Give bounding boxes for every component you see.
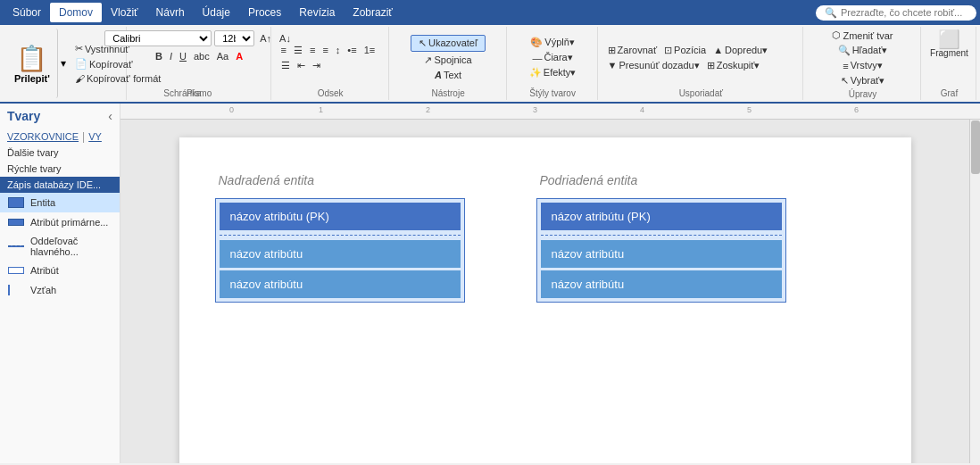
- left-panel: Tvary ‹ VZORKOVNICE | VY Ďalšie tvary Rý…: [0, 104, 120, 463]
- attr-pk-shape-icon: [8, 219, 24, 226]
- decrease-indent-button[interactable]: ⇤: [295, 59, 308, 72]
- increase-indent-button[interactable]: ⇥: [310, 59, 323, 72]
- edit-controls: ⬡ Zmeniť tvar 🔍 Hľadať▾ ≡ Vrstvy▾ ↖ Vybr…: [829, 29, 895, 87]
- layers-icon: ≡: [843, 61, 848, 71]
- attr-shape-icon: [8, 267, 24, 274]
- panel-item-vztah[interactable]: Vzťah: [0, 280, 120, 300]
- zoskupit-button[interactable]: ⊞ Zoskupiť▾: [704, 59, 763, 72]
- arrange-group-label: Usporiadať: [679, 87, 723, 98]
- shapes-area: Nadradená entita názov atribútu (PK) náz…: [215, 164, 876, 311]
- bullets-button[interactable]: •≡: [345, 44, 359, 56]
- vrstvy-button[interactable]: ≡ Vrstvy▾: [840, 59, 885, 72]
- select-icon: ↖: [841, 75, 849, 87]
- nadradena-attr-1[interactable]: názov atribútu: [220, 240, 461, 268]
- align-icon: ⊞: [608, 45, 616, 56]
- panel-item-oddelovac[interactable]: Oddeľovač hlavného...: [0, 232, 120, 261]
- vyplnT-button[interactable]: 🎨 Výplň▾: [527, 36, 577, 49]
- align-right-button[interactable]: ≡: [307, 44, 318, 56]
- bold-button[interactable]: B: [153, 50, 165, 62]
- underline-button[interactable]: U: [177, 50, 189, 62]
- podriadena-attr-2[interactable]: názov atribútu: [541, 270, 782, 298]
- ukazovatel-button[interactable]: ↖ Ukazovateľ: [411, 35, 486, 52]
- case-button[interactable]: Aa: [214, 50, 231, 62]
- menu-item-navrh[interactable]: Návrh: [147, 3, 194, 22]
- justify-button[interactable]: ≡: [320, 44, 330, 56]
- menu-item-subor[interactable]: Súbor: [4, 3, 50, 22]
- panel-item-atribut[interactable]: Atribút: [0, 261, 120, 280]
- panel-item-atribut-pk[interactable]: Atribút primárne...: [0, 212, 120, 232]
- ruler: 0 1 2 3 4 5 6: [120, 104, 980, 120]
- menu-bar: Súbor Domov Vložiť Návrh Údaje Proces Re…: [0, 0, 980, 25]
- menu-item-udaje[interactable]: Údaje: [194, 3, 239, 22]
- vztah-item-icon: [7, 284, 25, 296]
- prilepit-area: 📋 Prilepit' ▾: [7, 29, 69, 98]
- doc-page: Nadradená entita názov atribútu (PK) náz…: [179, 137, 911, 463]
- section-dalsie-tvary[interactable]: Ďalšie tvary: [0, 145, 120, 161]
- font-color-button[interactable]: A: [233, 50, 245, 62]
- font-selector[interactable]: Calibri: [104, 30, 212, 46]
- connector-icon: ↗: [424, 54, 432, 66]
- font-size-selector[interactable]: 12b.: [214, 30, 254, 46]
- entity-shape-icon: [8, 197, 24, 208]
- multilevel-button[interactable]: ☰: [278, 59, 293, 72]
- line-spacing-button[interactable]: ↕: [333, 44, 344, 56]
- menu-item-revizia[interactable]: Revízia: [290, 3, 344, 22]
- prilepit-dropdown[interactable]: ▾: [58, 29, 69, 98]
- menu-item-vlozit[interactable]: Vložiť: [102, 3, 147, 22]
- hladat-button[interactable]: 🔍 Hľadať▾: [835, 44, 891, 57]
- line-icon: —: [532, 53, 542, 63]
- atribut-pk-item-icon: [7, 216, 25, 228]
- strikethrough-button[interactable]: abc: [191, 50, 212, 62]
- bring-forward-icon: ▲: [713, 45, 723, 55]
- oddelovac-label: Oddeľovač hlavného...: [30, 236, 112, 257]
- menu-item-domov[interactable]: Domov: [50, 3, 102, 22]
- pointer-icon: ↖: [419, 37, 427, 49]
- podriadena-entity-box[interactable]: názov atribútu (PK) názov atribútu názov…: [536, 198, 786, 303]
- presunut-button[interactable]: ▼ Presunúť dozadu▾: [605, 59, 702, 72]
- numbering-button[interactable]: 1≡: [361, 44, 378, 56]
- pozicia-button[interactable]: ⊡ Pozícia: [661, 44, 709, 57]
- align-left-button[interactable]: ≡: [278, 44, 289, 56]
- collapse-button[interactable]: ‹: [108, 109, 112, 123]
- zarovnat-button[interactable]: ⊞ Zarovnať: [605, 44, 660, 57]
- nadradena-label: Nadradená entita: [215, 173, 314, 187]
- nadradena-attr-pk[interactable]: názov atribútu (PK): [220, 203, 461, 230]
- align-center-button[interactable]: ☰: [291, 44, 305, 57]
- text-tool-button[interactable]: A Text: [432, 69, 464, 81]
- ruler-mark-1: 1: [319, 105, 323, 114]
- scrollbar-vertical[interactable]: [969, 120, 980, 463]
- nav-vy[interactable]: VY: [88, 131, 102, 142]
- menu-item-zobrazit[interactable]: Zobraziť: [344, 3, 402, 22]
- panel-item-entita[interactable]: Entita: [0, 193, 120, 212]
- nav-vzorkovnice[interactable]: VZORKOVNICE: [7, 131, 79, 142]
- prilepit-button[interactable]: 📋 Prilepit': [7, 29, 58, 98]
- spojnica-button[interactable]: ↗ Spojnica: [421, 54, 474, 67]
- menu-item-proces[interactable]: Proces: [239, 3, 290, 22]
- dopredu-button[interactable]: ▲ Dopredu▾: [710, 44, 770, 57]
- ruler-mark-2: 2: [426, 105, 430, 114]
- change-shape-icon: ⬡: [832, 29, 841, 41]
- scrollbar-thumb[interactable]: [971, 120, 980, 174]
- fragment-button[interactable]: ⬜ Fragment: [926, 29, 972, 60]
- section-rychle-tvary[interactable]: Rýchle tvary: [0, 161, 120, 177]
- podriadena-attr-pk[interactable]: názov atribútu (PK): [541, 203, 782, 230]
- nadradena-entity-box[interactable]: názov atribútu (PK) názov atribútu názov…: [215, 198, 465, 303]
- ribbon-content: 📋 Prilepit' ▾ ✂ Vystrihnút' 📄 Kopírovat'…: [0, 25, 980, 104]
- vybrat-button[interactable]: ↖ Vybrať▾: [838, 74, 887, 87]
- zmenit-tvar-button[interactable]: ⬡ Zmeniť tvar: [829, 29, 895, 42]
- find-icon: 🔍: [838, 45, 851, 56]
- increase-font-button[interactable]: A↑: [257, 32, 274, 45]
- ruler-mark-0: 0: [229, 105, 234, 114]
- search-input[interactable]: [841, 7, 966, 18]
- italic-button[interactable]: I: [167, 50, 175, 62]
- ciara-button[interactable]: — Čiara▾: [529, 51, 575, 64]
- format-row: B I U abc Aa A: [153, 50, 245, 62]
- podriadena-attr-1[interactable]: názov atribútu: [541, 240, 782, 268]
- nadradena-attr-2[interactable]: názov atribútu: [220, 270, 461, 298]
- font-group-label: Písmo: [187, 87, 212, 98]
- efekty-button[interactable]: ✨ Efekty▾: [527, 66, 579, 79]
- section-zapis-databazy[interactable]: Zápis databázy IDE...: [0, 177, 120, 193]
- edit-group-label: Úpravy: [849, 87, 877, 99]
- search-bar[interactable]: 🔍: [816, 5, 976, 21]
- ribbon-group-pismo: Calibri 12b. A↑ A↓ B I U abc Aa A P: [129, 27, 271, 100]
